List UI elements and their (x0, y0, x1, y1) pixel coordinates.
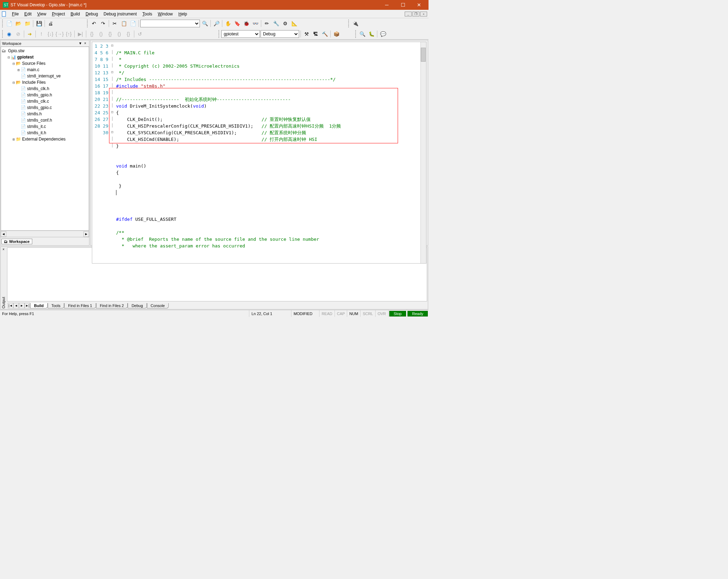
output-tab-find2[interactable]: Find in Files 2 (96, 303, 128, 308)
find-in-files-button[interactable]: 🔎 (212, 19, 221, 28)
tree-file[interactable]: 📄stm8s_it.h (2, 130, 88, 136)
output-tab-find1[interactable]: Find in Files 1 (64, 303, 96, 308)
config-select[interactable]: Debug (261, 30, 299, 38)
output-tab-first[interactable]: |◄ (8, 303, 13, 308)
view-button-1[interactable]: 🔍 (358, 30, 366, 38)
tree-folder-extdep[interactable]: ⊞📁External Dependencies (2, 136, 88, 142)
asm-step-into-button[interactable]: {} (88, 30, 96, 38)
paste-button[interactable]: 📄 (129, 19, 137, 28)
asm-step-over-button[interactable]: () (97, 30, 105, 38)
step-into-button[interactable]: {↓} (46, 30, 55, 38)
output-tab-console[interactable]: Console (147, 303, 169, 308)
view-button-2[interactable]: 🐛 (367, 30, 376, 38)
tree-file[interactable]: 📄stm8s_it.c (2, 123, 88, 130)
tree-file[interactable]: 📄stm8s_gpio.h (2, 92, 88, 98)
workspace-menu-button[interactable]: ▼ (78, 41, 83, 45)
debug-start-button[interactable]: ◉ (5, 30, 13, 38)
workspace-close-button[interactable]: × (83, 41, 88, 45)
menu-debug-instrument[interactable]: Debug instrument (101, 11, 140, 17)
target-select[interactable]: gpiotest (221, 30, 260, 38)
print-button[interactable]: 🖨 (46, 19, 55, 28)
debug-stop-button[interactable]: ⊘ (14, 30, 22, 38)
workspace-tab[interactable]: 🗂Workspace (1, 239, 32, 244)
prev-bookmark-button[interactable]: 🐞 (242, 19, 250, 28)
tool-button-1[interactable]: ✏ (263, 19, 271, 28)
tree-project[interactable]: ⊟📊gpiotest (2, 54, 88, 60)
toolbar-grip[interactable] (348, 20, 350, 27)
batch-build-button[interactable]: 📦 (332, 30, 341, 38)
build-button[interactable]: 🏗 (311, 30, 320, 38)
run-button[interactable]: ➔ (26, 30, 34, 38)
output-tab-tools[interactable]: Tools (48, 303, 65, 308)
toolbar-grip[interactable] (218, 30, 220, 38)
menu-view[interactable]: View (34, 11, 49, 17)
tool-button-4[interactable]: 📐 (290, 19, 298, 28)
open-file-button[interactable]: 📂 (14, 19, 22, 28)
tool-button-2[interactable]: 🔧 (272, 19, 280, 28)
tree-file[interactable]: ⊞📄main.c (2, 67, 88, 73)
copy-button[interactable]: 📋 (120, 19, 128, 28)
run-to-cursor-button[interactable]: ▶| (76, 30, 85, 38)
tree-file[interactable]: 📄stm8s_clk.c (2, 98, 88, 104)
reset-button[interactable]: ↺ (136, 30, 144, 38)
menu-debug[interactable]: Debug (83, 11, 101, 17)
code-editor[interactable]: 1 2 3 4 5 6 7 8 9 10 11 12 13 14 15 16 1… (92, 42, 426, 264)
output-tab-prev[interactable]: ◄ (13, 303, 19, 308)
open-workspace-button[interactable]: 📁 (23, 19, 32, 28)
workspace-tree[interactable]: 🗂Gpio.stw ⊟📊gpiotest ⊟📂Source Files ⊞📄ma… (1, 47, 89, 231)
tree-file[interactable]: 📄stm8s_clk.h (2, 86, 88, 92)
toggle-bookmark-button[interactable]: ✋ (224, 19, 232, 28)
tree-folder-source[interactable]: ⊟📂Source Files (2, 60, 88, 67)
tree-workspace-root[interactable]: 🗂Gpio.stw (2, 48, 88, 54)
redo-button[interactable]: ↷ (99, 19, 107, 28)
minimize-button[interactable]: ─ (379, 0, 395, 10)
next-bookmark-button[interactable]: 🔖 (233, 19, 241, 28)
cut-button[interactable]: ✂ (110, 19, 119, 28)
rebuild-button[interactable]: 🔨 (321, 30, 329, 38)
continue-button[interactable]: ! (37, 30, 46, 38)
toolbar-grip[interactable] (2, 20, 4, 27)
output-close-button[interactable]: × (2, 247, 5, 251)
clear-bookmarks-button[interactable]: 👓 (251, 19, 259, 28)
undo-button[interactable]: ↶ (90, 19, 98, 28)
menu-help[interactable]: Help (176, 11, 190, 17)
step-out-button[interactable]: {↑} (65, 30, 73, 38)
output-tab-debug[interactable]: Debug (128, 303, 147, 308)
mdi-minimize-button[interactable]: _ (405, 12, 412, 16)
step-over-button[interactable]: {→} (55, 30, 64, 38)
menu-tools[interactable]: Tools (140, 11, 155, 17)
toolbar-grip[interactable] (2, 30, 4, 38)
output-tab-build[interactable]: Build (30, 303, 48, 308)
tree-file[interactable]: 📄stm8s_gpio.c (2, 104, 88, 111)
close-button[interactable]: ✕ (411, 0, 427, 10)
toolbar-grip[interactable] (87, 20, 88, 27)
view-button-3[interactable]: 💬 (379, 30, 387, 38)
tool-button-3[interactable]: ⚙ (281, 19, 289, 28)
output-tab-last[interactable]: ►| (25, 303, 30, 308)
status-stop-button[interactable]: Stop (389, 311, 406, 316)
compile-button[interactable]: ⚒ (302, 30, 311, 38)
programmer-button[interactable]: 🔌 (351, 19, 359, 28)
fold-column[interactable]: ⊟ │ │ │ ⊟ │ │ │ │ │ ⊟ │ │ ⊟ │ │ (110, 42, 115, 263)
maximize-button[interactable]: ☐ (395, 0, 411, 10)
menu-edit[interactable]: Edit (21, 11, 34, 17)
menu-file[interactable]: File (9, 11, 21, 17)
tree-file[interactable]: 📄stm8s.h (2, 111, 88, 117)
editor-vscroll[interactable] (420, 42, 426, 263)
workspace-hscroll[interactable]: ◄► (1, 231, 89, 237)
tree-file[interactable]: 📄stm8_interrupt_ve (2, 73, 88, 79)
asm-button-5[interactable]: {} (124, 30, 133, 38)
tree-folder-include[interactable]: ⊟📂Include Files (2, 79, 88, 86)
menu-project[interactable]: Project (49, 11, 68, 17)
code-text[interactable]: /* MAIN.C file * * Copyright (c) 2002-20… (115, 42, 426, 263)
save-button[interactable]: 💾 (35, 19, 43, 28)
find-combobox[interactable] (140, 20, 200, 27)
output-tab-next[interactable]: ► (19, 303, 25, 308)
new-file-button[interactable]: 📄 (5, 19, 13, 28)
menu-build[interactable]: Build (68, 11, 83, 17)
asm-step-out-button[interactable]: {} (106, 30, 114, 38)
tree-file[interactable]: 📄stm8s_conf.h (2, 117, 88, 123)
menu-window[interactable]: Window (155, 11, 176, 17)
find-next-button[interactable]: 🔍 (201, 19, 209, 28)
asm-run-button[interactable]: () (115, 30, 123, 38)
